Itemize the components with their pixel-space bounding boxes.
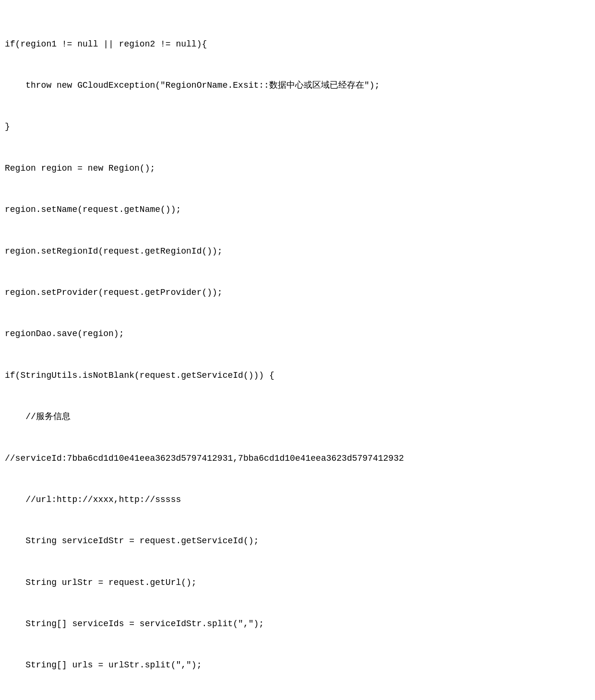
code-line-8: regionDao.save(region); [0, 327, 595, 341]
code-line-7: region.setProvider(request.getProvider()… [0, 286, 595, 300]
code-line-13: String serviceIdStr = request.getService… [0, 534, 595, 548]
code-line-3: } [0, 120, 595, 134]
code-line-2: throw new GCloudException("RegionOrName.… [0, 79, 595, 93]
code-line-4: Region region = new Region(); [0, 162, 595, 175]
code-line-11: //serviceId:7bba6cd1d10e41eea3623d579741… [0, 452, 595, 466]
code-line-15: String[] serviceIds = serviceIdStr.split… [0, 617, 595, 631]
code-line-6: region.setRegionId(request.getRegionId()… [0, 245, 595, 258]
code-line-5: region.setName(request.getName()); [0, 203, 595, 217]
code-line-1: if(region1 != null || region2 != null){ [0, 37, 595, 51]
code-line-14: String urlStr = request.getUrl(); [0, 576, 595, 590]
code-line-16: String[] urls = urlStr.split(","); [0, 658, 595, 672]
code-line-9: if(StringUtils.isNotBlank(request.getSer… [0, 369, 595, 383]
code-line-10: //服务信息 [0, 410, 595, 424]
code-line-12: //url:http://xxxx,http://sssss [0, 493, 595, 507]
code-block: if(region1 != null || region2 != null){ … [0, 0, 595, 700]
